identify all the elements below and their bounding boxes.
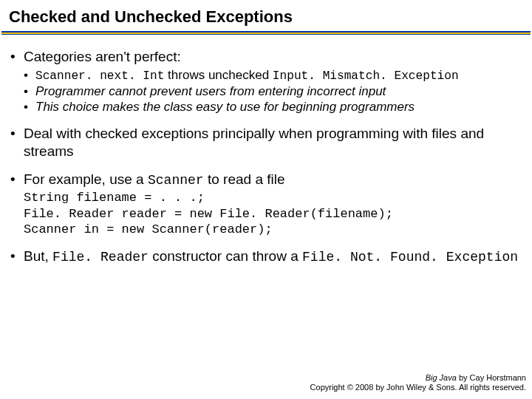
- code-scanner: Scanner: [148, 173, 204, 188]
- sub-bullet-choice: This choice makes the class easy to use …: [24, 99, 522, 115]
- footer-line1: Big Java by Cay Horstmann: [310, 373, 526, 383]
- text-mid: constructor can throw a: [149, 248, 302, 264]
- bullet-categories: Categories aren't perfect: Scanner. next…: [10, 48, 522, 115]
- author: by Cay Horstmann: [457, 373, 526, 382]
- code-filereader: File. Reader: [52, 250, 149, 265]
- code-block: String filename = . . .; File. Reader re…: [24, 190, 522, 237]
- sub-bullet-scanner: Scanner. next. Int throws unchecked Inpu…: [24, 67, 522, 83]
- code-scanner-nextint: Scanner. next. Int: [35, 69, 164, 83]
- footer: Big Java by Cay Horstmann Copyright © 20…: [310, 373, 526, 394]
- code-filenotfound: File. Not. Found. Exception: [302, 250, 518, 265]
- sub-bullet-text: This choice makes the class easy to use …: [35, 100, 415, 114]
- sub-bullet-programmer: Programmer cannot prevent users from ent…: [24, 83, 522, 99]
- sub-bullet-text: Programmer cannot prevent users from ent…: [35, 84, 386, 98]
- book-title: Big Java: [426, 373, 457, 382]
- text-pre: But,: [24, 248, 52, 264]
- footer-line2: Copyright © 2008 by John Wiley & Sons. A…: [310, 383, 526, 393]
- slide-content: Categories aren't perfect: Scanner. next…: [0, 35, 532, 266]
- bullet-text: Deal with checked exceptions principally…: [24, 126, 484, 159]
- text-throws: throws unchecked: [164, 68, 272, 82]
- bullet-but: But, File. Reader constructor can throw …: [10, 248, 522, 266]
- text-pre: For example, use a: [24, 171, 148, 187]
- bullet-list: Categories aren't perfect: Scanner. next…: [10, 48, 522, 266]
- bullet-text: Categories aren't perfect:: [24, 49, 181, 64]
- sub-bullet-list: Scanner. next. Int throws unchecked Inpu…: [24, 67, 522, 115]
- text-post: to read a file: [204, 171, 285, 187]
- slide-title: Checked and Unchecked Exceptions: [0, 0, 532, 31]
- bullet-deal-with: Deal with checked exceptions principally…: [10, 125, 522, 160]
- code-input-mismatch: Input. Mismatch. Exception: [273, 69, 459, 83]
- bullet-for-example: For example, use a Scanner to read a fil…: [10, 171, 522, 237]
